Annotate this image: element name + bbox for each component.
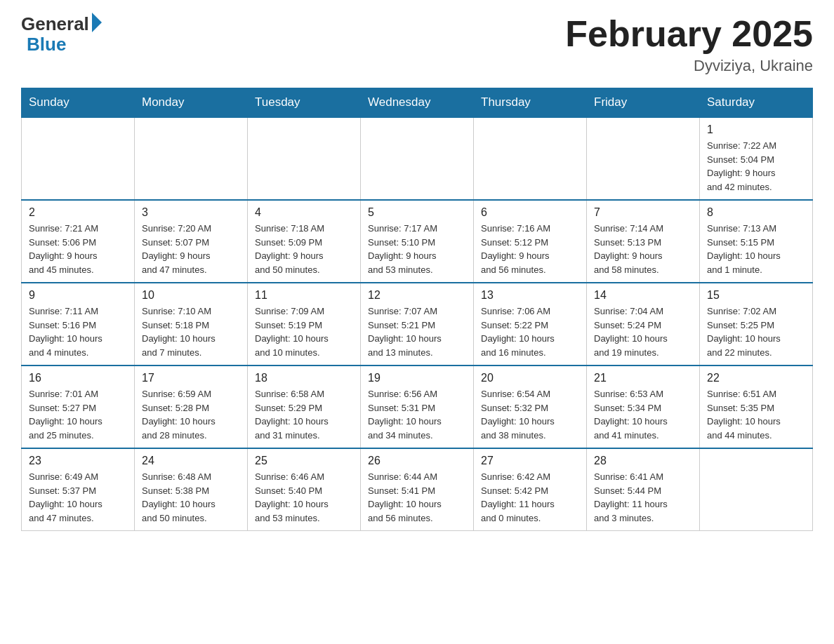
calendar-cell: 7Sunrise: 7:14 AMSunset: 5:13 PMDaylight… — [587, 200, 700, 283]
day-info: Sunrise: 6:48 AMSunset: 5:38 PMDaylight:… — [142, 470, 240, 525]
day-number: 12 — [368, 289, 466, 302]
calendar-cell: 24Sunrise: 6:48 AMSunset: 5:38 PMDayligh… — [135, 448, 248, 531]
calendar-cell: 3Sunrise: 7:20 AMSunset: 5:07 PMDaylight… — [135, 200, 248, 283]
calendar-cell: 11Sunrise: 7:09 AMSunset: 5:19 PMDayligh… — [248, 283, 361, 365]
day-info: Sunrise: 7:18 AMSunset: 5:09 PMDaylight:… — [255, 222, 353, 276]
day-info: Sunrise: 6:51 AMSunset: 5:35 PMDaylight:… — [707, 387, 805, 442]
day-number: 6 — [481, 206, 579, 219]
logo-general-text: General — [21, 14, 89, 34]
calendar-cell: 10Sunrise: 7:10 AMSunset: 5:18 PMDayligh… — [135, 283, 248, 365]
day-info: Sunrise: 6:46 AMSunset: 5:40 PMDaylight:… — [255, 470, 353, 525]
calendar-cell: 2Sunrise: 7:21 AMSunset: 5:06 PMDaylight… — [22, 200, 135, 283]
day-number: 23 — [29, 455, 127, 467]
calendar-cell: 5Sunrise: 7:17 AMSunset: 5:10 PMDaylight… — [361, 200, 474, 283]
location-text: Dyviziya, Ukraine — [565, 57, 813, 75]
logo-triangle-icon — [92, 13, 102, 32]
day-number: 2 — [29, 206, 127, 219]
day-number: 9 — [29, 289, 127, 302]
day-info: Sunrise: 7:17 AMSunset: 5:10 PMDaylight:… — [368, 222, 466, 276]
calendar-cell — [248, 117, 361, 200]
day-info: Sunrise: 7:13 AMSunset: 5:15 PMDaylight:… — [707, 222, 805, 276]
day-number: 19 — [368, 372, 466, 384]
day-number: 22 — [707, 372, 805, 384]
calendar-cell: 14Sunrise: 7:04 AMSunset: 5:24 PMDayligh… — [587, 283, 700, 365]
day-number: 27 — [481, 455, 579, 467]
day-info: Sunrise: 7:14 AMSunset: 5:13 PMDaylight:… — [594, 222, 692, 276]
calendar-cell: 12Sunrise: 7:07 AMSunset: 5:21 PMDayligh… — [361, 283, 474, 365]
calendar-cell: 8Sunrise: 7:13 AMSunset: 5:15 PMDaylight… — [700, 200, 813, 283]
weekday-header-row: SundayMondayTuesdayWednesdayThursdayFrid… — [22, 88, 813, 118]
calendar-cell: 22Sunrise: 6:51 AMSunset: 5:35 PMDayligh… — [700, 365, 813, 448]
day-number: 18 — [255, 372, 353, 384]
page-header: General Blue February 2025 Dyviziya, Ukr… — [21, 14, 813, 75]
day-number: 17 — [142, 372, 240, 384]
day-info: Sunrise: 6:54 AMSunset: 5:32 PMDaylight:… — [481, 387, 579, 442]
calendar-cell: 27Sunrise: 6:42 AMSunset: 5:42 PMDayligh… — [474, 448, 587, 531]
day-info: Sunrise: 6:56 AMSunset: 5:31 PMDaylight:… — [368, 387, 466, 442]
calendar-week-row: 23Sunrise: 6:49 AMSunset: 5:37 PMDayligh… — [22, 448, 813, 531]
day-number: 11 — [255, 289, 353, 302]
calendar-cell: 4Sunrise: 7:18 AMSunset: 5:09 PMDaylight… — [248, 200, 361, 283]
day-info: Sunrise: 7:04 AMSunset: 5:24 PMDaylight:… — [594, 304, 692, 359]
weekday-header-wednesday: Wednesday — [361, 88, 474, 118]
calendar-cell: 25Sunrise: 6:46 AMSunset: 5:40 PMDayligh… — [248, 448, 361, 531]
calendar-week-row: 2Sunrise: 7:21 AMSunset: 5:06 PMDaylight… — [22, 200, 813, 283]
day-number: 28 — [594, 455, 692, 467]
calendar-week-row: 16Sunrise: 7:01 AMSunset: 5:27 PMDayligh… — [22, 365, 813, 448]
calendar-body: 1Sunrise: 7:22 AMSunset: 5:04 PMDaylight… — [22, 117, 813, 531]
calendar-cell: 16Sunrise: 7:01 AMSunset: 5:27 PMDayligh… — [22, 365, 135, 448]
day-info: Sunrise: 6:49 AMSunset: 5:37 PMDaylight:… — [29, 470, 127, 525]
calendar-header: SundayMondayTuesdayWednesdayThursdayFrid… — [22, 88, 813, 118]
day-number: 24 — [142, 455, 240, 467]
calendar-cell: 26Sunrise: 6:44 AMSunset: 5:41 PMDayligh… — [361, 448, 474, 531]
day-number: 8 — [707, 206, 805, 219]
day-info: Sunrise: 7:06 AMSunset: 5:22 PMDaylight:… — [481, 304, 579, 359]
day-number: 3 — [142, 206, 240, 219]
day-info: Sunrise: 6:58 AMSunset: 5:29 PMDaylight:… — [255, 387, 353, 442]
calendar-cell — [474, 117, 587, 200]
day-number: 14 — [594, 289, 692, 302]
day-info: Sunrise: 7:02 AMSunset: 5:25 PMDaylight:… — [707, 304, 805, 359]
weekday-header-monday: Monday — [135, 88, 248, 118]
day-info: Sunrise: 7:16 AMSunset: 5:12 PMDaylight:… — [481, 222, 579, 276]
day-info: Sunrise: 7:07 AMSunset: 5:21 PMDaylight:… — [368, 304, 466, 359]
day-number: 26 — [368, 455, 466, 467]
calendar-cell — [22, 117, 135, 200]
day-number: 1 — [707, 123, 805, 136]
day-info: Sunrise: 6:42 AMSunset: 5:42 PMDaylight:… — [481, 470, 579, 525]
day-number: 16 — [29, 372, 127, 384]
day-number: 4 — [255, 206, 353, 219]
calendar-week-row: 1Sunrise: 7:22 AMSunset: 5:04 PMDaylight… — [22, 117, 813, 200]
day-number: 7 — [594, 206, 692, 219]
calendar-cell — [700, 448, 813, 531]
day-number: 15 — [707, 289, 805, 302]
day-info: Sunrise: 7:10 AMSunset: 5:18 PMDaylight:… — [142, 304, 240, 359]
logo: General Blue — [21, 14, 102, 54]
day-info: Sunrise: 7:09 AMSunset: 5:19 PMDaylight:… — [255, 304, 353, 359]
day-info: Sunrise: 6:53 AMSunset: 5:34 PMDaylight:… — [594, 387, 692, 442]
calendar-cell: 13Sunrise: 7:06 AMSunset: 5:22 PMDayligh… — [474, 283, 587, 365]
calendar-cell: 20Sunrise: 6:54 AMSunset: 5:32 PMDayligh… — [474, 365, 587, 448]
weekday-header-saturday: Saturday — [700, 88, 813, 118]
calendar-cell: 9Sunrise: 7:11 AMSunset: 5:16 PMDaylight… — [22, 283, 135, 365]
day-number: 21 — [594, 372, 692, 384]
day-number: 5 — [368, 206, 466, 219]
weekday-header-friday: Friday — [587, 88, 700, 118]
logo-blue-text: Blue — [27, 34, 66, 55]
day-info: Sunrise: 7:20 AMSunset: 5:07 PMDaylight:… — [142, 222, 240, 276]
calendar-week-row: 9Sunrise: 7:11 AMSunset: 5:16 PMDaylight… — [22, 283, 813, 365]
title-block: February 2025 Dyviziya, Ukraine — [565, 14, 813, 75]
calendar-cell: 21Sunrise: 6:53 AMSunset: 5:34 PMDayligh… — [587, 365, 700, 448]
day-number: 13 — [481, 289, 579, 302]
weekday-header-tuesday: Tuesday — [248, 88, 361, 118]
calendar-cell: 23Sunrise: 6:49 AMSunset: 5:37 PMDayligh… — [22, 448, 135, 531]
calendar-cell: 15Sunrise: 7:02 AMSunset: 5:25 PMDayligh… — [700, 283, 813, 365]
day-number: 25 — [255, 455, 353, 467]
day-info: Sunrise: 7:01 AMSunset: 5:27 PMDaylight:… — [29, 387, 127, 442]
calendar-cell: 28Sunrise: 6:41 AMSunset: 5:44 PMDayligh… — [587, 448, 700, 531]
month-title: February 2025 — [565, 14, 813, 54]
calendar-table: SundayMondayTuesdayWednesdayThursdayFrid… — [21, 88, 813, 531]
day-info: Sunrise: 7:21 AMSunset: 5:06 PMDaylight:… — [29, 222, 127, 276]
calendar-cell: 1Sunrise: 7:22 AMSunset: 5:04 PMDaylight… — [700, 117, 813, 200]
day-number: 10 — [142, 289, 240, 302]
